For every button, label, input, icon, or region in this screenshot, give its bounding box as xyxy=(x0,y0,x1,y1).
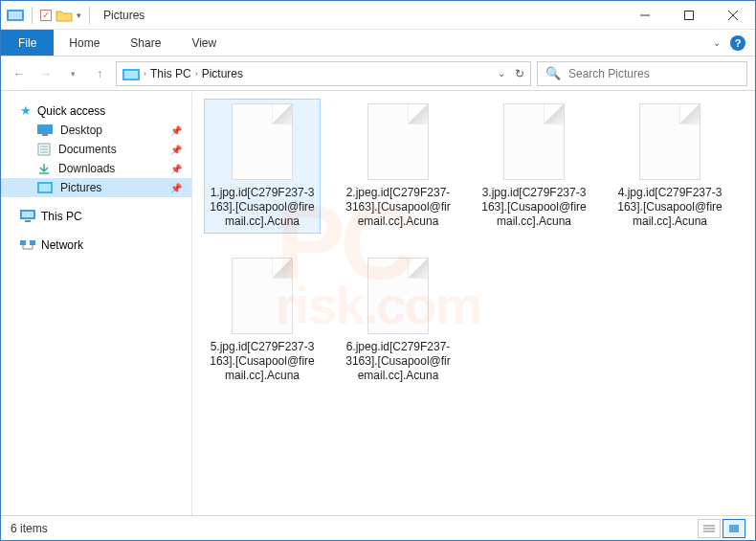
sidebar-item-pictures[interactable]: Pictures 📌 xyxy=(1,178,191,197)
svg-rect-20 xyxy=(20,240,26,245)
pictures-icon xyxy=(37,182,53,193)
close-button[interactable] xyxy=(711,1,755,30)
tab-file[interactable]: File xyxy=(1,30,54,56)
sidebar-item-label: Downloads xyxy=(58,162,115,175)
svg-rect-7 xyxy=(124,71,138,79)
file-icon xyxy=(367,258,429,334)
sidebar-item-this-pc[interactable]: This PC xyxy=(1,207,191,226)
breadcrumb[interactable]: This PC xyxy=(150,67,191,80)
search-icon: 🔍 xyxy=(545,66,561,80)
qat-dropdown-icon[interactable]: ▾ xyxy=(77,11,81,20)
file-item[interactable]: 1.jpg.id[C279F237-3163].[Cusapool@firema… xyxy=(204,99,321,234)
svg-rect-3 xyxy=(685,11,694,19)
desktop-icon xyxy=(37,124,53,136)
address-dropdown-icon[interactable]: ⌄ xyxy=(498,68,505,79)
downloads-icon xyxy=(37,162,51,175)
file-name-label: 6.jpeg.id[C279F237-3163].[Cusapool@firem… xyxy=(345,340,452,383)
file-icon xyxy=(639,103,700,180)
window-title: Pictures xyxy=(103,9,145,22)
sidebar-item-downloads[interactable]: Downloads 📌 xyxy=(1,159,191,178)
navigation-row: ← → ▾ ↑ › This PC › Pictures ⌄ ↻ 🔍 xyxy=(1,56,755,91)
svg-rect-9 xyxy=(42,134,48,136)
file-item[interactable]: 3.jpg.id[C279F237-3163].[Cusapool@firema… xyxy=(476,99,592,234)
maximize-button[interactable] xyxy=(667,1,711,30)
file-icon xyxy=(367,103,429,180)
explorer-window: ✓ ▾ Pictures File Home Share View ⌄ ? ← … xyxy=(0,0,756,541)
file-item[interactable]: 5.jpg.id[C279F237-3163].[Cusapool@firema… xyxy=(204,253,321,388)
sidebar-item-documents[interactable]: Documents 📌 xyxy=(1,140,191,159)
qat-separator xyxy=(32,7,33,24)
sidebar-item-label: Documents xyxy=(58,143,117,156)
network-icon xyxy=(20,238,35,252)
file-item[interactable]: 4.jpg.id[C279F237-3163].[Cusapool@firema… xyxy=(611,99,728,234)
sidebar-item-label: Network xyxy=(41,238,83,252)
refresh-icon[interactable]: ↻ xyxy=(515,67,524,80)
titlebar: ✓ ▾ Pictures xyxy=(1,1,755,30)
file-list-pane[interactable]: 1.jpg.id[C279F237-3163].[Cusapool@firema… xyxy=(192,91,755,515)
file-name-label: 4.jpg.id[C279F237-3163].[Cusapool@firema… xyxy=(616,186,723,229)
sidebar-item-desktop[interactable]: Desktop 📌 xyxy=(1,121,191,140)
forward-button[interactable]: → xyxy=(35,63,56,84)
pin-icon: 📌 xyxy=(170,164,182,174)
qat-separator-2 xyxy=(89,7,90,24)
folder-icon[interactable] xyxy=(56,9,73,22)
file-name-label: 1.jpg.id[C279F237-3163].[Cusapool@firema… xyxy=(209,186,316,229)
item-count: 6 items xyxy=(11,522,48,535)
pin-icon: 📌 xyxy=(170,183,182,193)
up-button[interactable]: ↑ xyxy=(89,63,110,84)
this-pc-icon xyxy=(20,210,35,223)
help-icon[interactable]: ? xyxy=(730,35,745,51)
sidebar-item-network[interactable]: Network xyxy=(1,236,191,255)
star-icon: ★ xyxy=(20,103,32,118)
file-icon xyxy=(232,258,293,334)
svg-rect-28 xyxy=(729,525,739,532)
sidebar-item-label: This PC xyxy=(41,210,82,223)
large-icons-view-button[interactable] xyxy=(723,519,745,538)
file-item[interactable]: 6.jpeg.id[C279F237-3163].[Cusapool@firem… xyxy=(340,253,456,388)
file-icon xyxy=(503,103,565,180)
file-item[interactable]: 2.jpeg.id[C279F237-3163].[Cusapool@firem… xyxy=(340,99,456,234)
file-icon xyxy=(232,103,293,180)
svg-rect-21 xyxy=(30,240,35,245)
ribbon-expand-icon[interactable]: ⌄ xyxy=(713,37,721,48)
minimize-button[interactable] xyxy=(623,1,667,30)
file-name-label: 5.jpg.id[C279F237-3163].[Cusapool@firema… xyxy=(209,340,316,383)
svg-rect-18 xyxy=(22,212,33,217)
tab-share[interactable]: Share xyxy=(115,30,176,56)
svg-rect-19 xyxy=(25,220,31,222)
quick-access-header[interactable]: ★ Quick access xyxy=(1,101,191,121)
pictures-folder-icon xyxy=(122,67,140,80)
pin-icon: 📌 xyxy=(170,125,182,136)
svg-rect-8 xyxy=(37,124,53,134)
quick-access-label: Quick access xyxy=(37,104,105,118)
chevron-right-icon[interactable]: › xyxy=(144,69,146,79)
tab-view[interactable]: View xyxy=(176,30,232,56)
file-name-label: 2.jpeg.id[C279F237-3163].[Cusapool@firem… xyxy=(345,186,452,229)
svg-rect-1 xyxy=(9,11,22,19)
tab-home[interactable]: Home xyxy=(54,30,115,56)
chevron-right-icon[interactable]: › xyxy=(195,69,198,79)
sidebar-item-label: Pictures xyxy=(60,181,101,194)
app-icon xyxy=(7,8,24,23)
documents-icon xyxy=(37,143,51,156)
search-box[interactable]: 🔍 xyxy=(537,61,747,86)
address-bar[interactable]: › This PC › Pictures ⌄ ↻ xyxy=(116,61,531,86)
file-name-label: 3.jpg.id[C279F237-3163].[Cusapool@firema… xyxy=(480,186,588,229)
qat-properties-icon[interactable]: ✓ xyxy=(40,10,52,21)
svg-rect-16 xyxy=(39,184,51,192)
recent-locations-icon[interactable]: ▾ xyxy=(62,63,83,84)
search-input[interactable] xyxy=(568,67,739,80)
breadcrumb[interactable]: Pictures xyxy=(202,67,243,80)
details-view-button[interactable] xyxy=(698,519,721,538)
back-button[interactable]: ← xyxy=(9,63,30,84)
pin-icon: 📌 xyxy=(170,145,182,155)
sidebar-item-label: Desktop xyxy=(60,124,102,137)
ribbon-tabs: File Home Share View ⌄ ? xyxy=(1,30,755,56)
navigation-pane: ★ Quick access Desktop 📌 Documents 📌 Dow… xyxy=(1,91,192,515)
status-bar: 6 items xyxy=(1,515,755,540)
body: ★ Quick access Desktop 📌 Documents 📌 Dow… xyxy=(1,91,755,515)
